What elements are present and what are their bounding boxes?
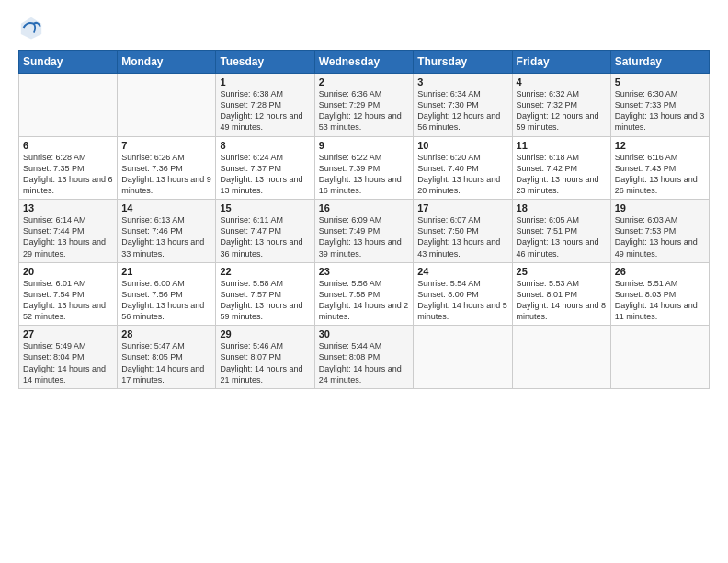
calendar-cell (512, 326, 610, 389)
calendar-week-row: 20Sunrise: 6:01 AM Sunset: 7:54 PM Dayli… (19, 262, 710, 326)
logo (18, 15, 48, 40)
day-info: Sunrise: 6:34 AM Sunset: 7:30 PM Dayligh… (417, 88, 507, 133)
calendar-cell (19, 74, 118, 137)
day-number: 4 (517, 76, 607, 87)
calendar-cell: 26Sunrise: 5:51 AM Sunset: 8:03 PM Dayli… (610, 262, 709, 326)
calendar-cell (414, 326, 512, 389)
day-info: Sunrise: 6:13 AM Sunset: 7:46 PM Dayligh… (121, 214, 211, 259)
day-number: 8 (220, 140, 310, 151)
day-number: 12 (615, 140, 705, 151)
day-info: Sunrise: 6:28 AM Sunset: 7:35 PM Dayligh… (23, 152, 113, 197)
day-number: 25 (517, 266, 607, 277)
day-info: Sunrise: 6:01 AM Sunset: 7:54 PM Dayligh… (23, 278, 113, 323)
day-info: Sunrise: 6:00 AM Sunset: 7:56 PM Dayligh… (121, 278, 211, 323)
day-number: 26 (615, 266, 705, 277)
weekday-header: Sunday (19, 51, 118, 74)
day-number: 11 (517, 140, 607, 151)
calendar-cell: 2Sunrise: 6:36 AM Sunset: 7:29 PM Daylig… (314, 74, 414, 137)
calendar-week-row: 27Sunrise: 5:49 AM Sunset: 8:04 PM Dayli… (19, 326, 710, 389)
day-number: 30 (319, 328, 410, 339)
day-number: 29 (220, 328, 310, 339)
calendar-cell: 4Sunrise: 6:32 AM Sunset: 7:32 PM Daylig… (512, 74, 610, 137)
weekday-header: Wednesday (314, 51, 414, 74)
day-number: 14 (121, 202, 211, 213)
weekday-header: Saturday (610, 51, 709, 74)
calendar-cell: 22Sunrise: 5:58 AM Sunset: 7:57 PM Dayli… (216, 262, 314, 326)
calendar-cell (118, 74, 216, 137)
calendar-cell: 1Sunrise: 6:38 AM Sunset: 7:28 PM Daylig… (216, 74, 314, 137)
day-info: Sunrise: 5:58 AM Sunset: 7:57 PM Dayligh… (220, 278, 310, 323)
day-number: 17 (417, 202, 507, 213)
calendar-cell: 10Sunrise: 6:20 AM Sunset: 7:40 PM Dayli… (414, 136, 512, 200)
weekday-header: Tuesday (216, 51, 314, 74)
calendar-cell: 21Sunrise: 6:00 AM Sunset: 7:56 PM Dayli… (118, 262, 216, 326)
day-number: 13 (23, 202, 113, 213)
calendar-cell: 5Sunrise: 6:30 AM Sunset: 7:33 PM Daylig… (610, 74, 709, 137)
calendar-cell: 20Sunrise: 6:01 AM Sunset: 7:54 PM Dayli… (19, 262, 118, 326)
calendar-cell: 7Sunrise: 6:26 AM Sunset: 7:36 PM Daylig… (118, 136, 216, 200)
day-info: Sunrise: 5:47 AM Sunset: 8:05 PM Dayligh… (121, 340, 211, 385)
day-number: 10 (417, 140, 507, 151)
day-number: 21 (121, 266, 211, 277)
calendar-week-row: 1Sunrise: 6:38 AM Sunset: 7:28 PM Daylig… (19, 74, 710, 137)
day-number: 2 (319, 76, 410, 87)
day-number: 15 (220, 202, 310, 213)
calendar-cell: 19Sunrise: 6:03 AM Sunset: 7:53 PM Dayli… (610, 200, 709, 263)
calendar-week-row: 6Sunrise: 6:28 AM Sunset: 7:35 PM Daylig… (19, 136, 710, 200)
day-number: 16 (319, 202, 410, 213)
calendar-table: SundayMondayTuesdayWednesdayThursdayFrid… (18, 50, 710, 389)
day-number: 6 (23, 140, 113, 151)
day-info: Sunrise: 5:49 AM Sunset: 8:04 PM Dayligh… (23, 340, 113, 385)
day-info: Sunrise: 5:44 AM Sunset: 8:08 PM Dayligh… (319, 340, 410, 385)
calendar-week-row: 13Sunrise: 6:14 AM Sunset: 7:44 PM Dayli… (19, 200, 710, 263)
calendar-header-row: SundayMondayTuesdayWednesdayThursdayFrid… (19, 51, 710, 74)
weekday-header: Thursday (414, 51, 512, 74)
calendar-cell: 28Sunrise: 5:47 AM Sunset: 8:05 PM Dayli… (118, 326, 216, 389)
day-number: 18 (517, 202, 607, 213)
day-info: Sunrise: 5:51 AM Sunset: 8:03 PM Dayligh… (615, 278, 705, 323)
day-info: Sunrise: 6:16 AM Sunset: 7:43 PM Dayligh… (615, 152, 705, 197)
calendar-cell: 9Sunrise: 6:22 AM Sunset: 7:39 PM Daylig… (314, 136, 414, 200)
svg-marker-0 (21, 17, 41, 40)
calendar-cell: 30Sunrise: 5:44 AM Sunset: 8:08 PM Dayli… (314, 326, 414, 389)
day-info: Sunrise: 6:22 AM Sunset: 7:39 PM Dayligh… (319, 152, 410, 197)
day-info: Sunrise: 6:30 AM Sunset: 7:33 PM Dayligh… (615, 88, 705, 133)
day-info: Sunrise: 6:24 AM Sunset: 7:37 PM Dayligh… (220, 152, 310, 197)
calendar-cell: 13Sunrise: 6:14 AM Sunset: 7:44 PM Dayli… (19, 200, 118, 263)
day-number: 5 (615, 76, 705, 87)
page: SundayMondayTuesdayWednesdayThursdayFrid… (0, 0, 728, 563)
calendar-cell: 18Sunrise: 6:05 AM Sunset: 7:51 PM Dayli… (512, 200, 610, 263)
calendar-cell: 27Sunrise: 5:49 AM Sunset: 8:04 PM Dayli… (19, 326, 118, 389)
day-number: 9 (319, 140, 410, 151)
day-info: Sunrise: 5:46 AM Sunset: 8:07 PM Dayligh… (220, 340, 310, 385)
calendar-cell: 6Sunrise: 6:28 AM Sunset: 7:35 PM Daylig… (19, 136, 118, 200)
day-number: 1 (220, 76, 310, 87)
header (18, 15, 710, 40)
day-info: Sunrise: 6:20 AM Sunset: 7:40 PM Dayligh… (417, 152, 507, 197)
day-info: Sunrise: 6:26 AM Sunset: 7:36 PM Dayligh… (121, 152, 211, 197)
day-info: Sunrise: 5:54 AM Sunset: 8:00 PM Dayligh… (417, 278, 507, 323)
calendar-cell: 25Sunrise: 5:53 AM Sunset: 8:01 PM Dayli… (512, 262, 610, 326)
day-number: 28 (121, 328, 211, 339)
day-info: Sunrise: 6:03 AM Sunset: 7:53 PM Dayligh… (615, 214, 705, 259)
day-info: Sunrise: 5:53 AM Sunset: 8:01 PM Dayligh… (517, 278, 607, 323)
day-number: 3 (417, 76, 507, 87)
day-info: Sunrise: 6:36 AM Sunset: 7:29 PM Dayligh… (319, 88, 410, 133)
calendar-cell: 15Sunrise: 6:11 AM Sunset: 7:47 PM Dayli… (216, 200, 314, 263)
calendar-cell (610, 326, 709, 389)
day-number: 19 (615, 202, 705, 213)
day-number: 7 (121, 140, 211, 151)
day-info: Sunrise: 6:05 AM Sunset: 7:51 PM Dayligh… (517, 214, 607, 259)
day-info: Sunrise: 6:09 AM Sunset: 7:49 PM Dayligh… (319, 214, 410, 259)
calendar-cell: 12Sunrise: 6:16 AM Sunset: 7:43 PM Dayli… (610, 136, 709, 200)
day-number: 27 (23, 328, 113, 339)
calendar-cell: 14Sunrise: 6:13 AM Sunset: 7:46 PM Dayli… (118, 200, 216, 263)
day-number: 20 (23, 266, 113, 277)
day-info: Sunrise: 6:38 AM Sunset: 7:28 PM Dayligh… (220, 88, 310, 133)
day-info: Sunrise: 5:56 AM Sunset: 7:58 PM Dayligh… (319, 278, 410, 323)
weekday-header: Friday (512, 51, 610, 74)
calendar-cell: 8Sunrise: 6:24 AM Sunset: 7:37 PM Daylig… (216, 136, 314, 200)
day-info: Sunrise: 6:07 AM Sunset: 7:50 PM Dayligh… (417, 214, 507, 259)
calendar-cell: 24Sunrise: 5:54 AM Sunset: 8:00 PM Dayli… (414, 262, 512, 326)
day-info: Sunrise: 6:32 AM Sunset: 7:32 PM Dayligh… (517, 88, 607, 133)
